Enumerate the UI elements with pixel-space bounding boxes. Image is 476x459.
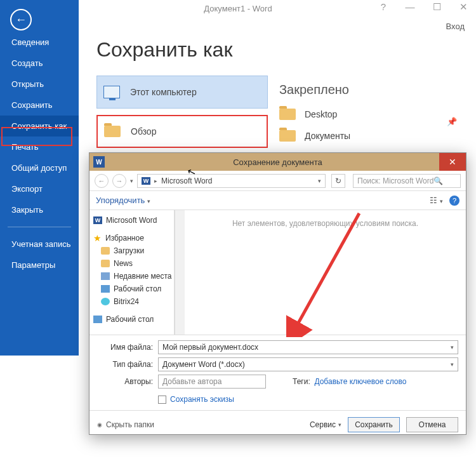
recent-icon bbox=[101, 272, 110, 280]
breadcrumb[interactable]: W ▸ Microsoft Word ▾ bbox=[137, 174, 326, 188]
nav-forward-button[interactable]: → bbox=[112, 174, 126, 188]
dialog-titlebar[interactable]: W Сохранение документа ✕ bbox=[89, 153, 466, 171]
tags-link[interactable]: Добавьте ключевое слово bbox=[314, 377, 406, 386]
folder-icon bbox=[279, 109, 296, 120]
desktop-icon bbox=[93, 316, 102, 323]
sidebar-item-open[interactable]: Открыть bbox=[0, 74, 79, 95]
tree-item-desktop[interactable]: Рабочий стол bbox=[92, 283, 171, 295]
star-icon: ★ bbox=[93, 234, 102, 242]
sidebar-item-saveas[interactable]: Сохранить как bbox=[0, 116, 79, 136]
tree-item-bitrix[interactable]: Bitrix24 bbox=[92, 295, 171, 308]
pinned-item-documents[interactable]: Документы bbox=[279, 125, 457, 147]
nav-back-button[interactable]: ← bbox=[95, 174, 109, 188]
word-icon: W bbox=[93, 156, 105, 168]
file-list[interactable]: Нет элементов, удовлетворяющих условиям … bbox=[185, 210, 466, 335]
sidebar-item-share[interactable]: Общий доступ bbox=[0, 157, 79, 178]
authors-label: Авторы: bbox=[97, 377, 153, 386]
folder-icon bbox=[101, 247, 110, 255]
sidebar-item-info[interactable]: Сведения bbox=[0, 32, 79, 53]
option-this-computer[interactable]: Этот компьютер bbox=[96, 76, 268, 109]
hide-folders-button[interactable]: ◉Скрыть папки bbox=[97, 420, 154, 429]
sidebar-item-account[interactable]: Учетная запись bbox=[0, 234, 79, 255]
back-button[interactable]: ← bbox=[10, 9, 32, 30]
sidebar-item-print[interactable]: Печать bbox=[0, 136, 79, 157]
chevron-down-icon[interactable]: ▾ bbox=[451, 361, 454, 368]
folder-tree[interactable]: WMicrosoft Word ★Избранное Загрузки News… bbox=[89, 210, 175, 335]
organize-dropdown[interactable]: Упорядочить ▾ bbox=[96, 196, 150, 205]
tags-section: Теги: Добавьте ключевое слово bbox=[293, 377, 406, 386]
filetype-select[interactable]: Документ Word (*.docx)▾ bbox=[158, 357, 458, 371]
dialog-title: Сохранение документа bbox=[233, 157, 322, 167]
help-icon[interactable]: ? bbox=[449, 196, 459, 206]
tree-item-downloads[interactable]: Загрузки bbox=[92, 244, 171, 257]
sidebar: ← Сведения Создать Открыть Сохранить Сох… bbox=[0, 0, 79, 356]
search-placeholder: Поиск: Microsoft Word bbox=[357, 176, 433, 185]
word-icon: W bbox=[142, 177, 150, 185]
folder-icon bbox=[279, 130, 296, 142]
pinned-label: Desktop bbox=[305, 109, 337, 119]
bitrix-icon bbox=[101, 298, 110, 305]
save-thumbnails-checkbox[interactable]: Сохранять эскизы bbox=[158, 395, 458, 404]
dialog-toolbar: Упорядочить ▾ ☷ ▾ ? bbox=[89, 191, 466, 210]
chevron-down-icon[interactable]: ▾ bbox=[318, 178, 321, 184]
pin-icon[interactable]: 📌 bbox=[447, 117, 457, 126]
pinned-heading: Закреплено bbox=[279, 83, 457, 97]
service-dropdown[interactable]: Сервис ▾ bbox=[310, 420, 341, 429]
pinned-item-desktop[interactable]: Desktop bbox=[279, 103, 457, 125]
chevron-down-icon[interactable]: ▾ bbox=[451, 344, 454, 350]
page-title: Сохранить как bbox=[96, 38, 465, 62]
option-label: Обзор bbox=[131, 126, 156, 136]
tree-item-desktop2[interactable]: Рабочий стол bbox=[92, 313, 171, 326]
save-button[interactable]: Сохранить bbox=[348, 417, 400, 432]
dialog-close-button[interactable]: ✕ bbox=[439, 153, 466, 171]
sidebar-item-save[interactable]: Сохранить bbox=[0, 95, 79, 116]
folder-icon bbox=[101, 260, 110, 267]
tree-item-news[interactable]: News bbox=[92, 257, 171, 270]
word-icon: W bbox=[93, 216, 102, 224]
refresh-button[interactable]: ↻ bbox=[331, 174, 345, 188]
filename-label: Имя файла: bbox=[97, 343, 153, 352]
filetype-label: Тип файла: bbox=[97, 360, 153, 369]
dialog-form: Имя файла: Мой первый документ.docx▾ Тип… bbox=[89, 335, 466, 404]
dialog-footer: ◉Скрыть папки Сервис ▾ Сохранить Отмена bbox=[89, 410, 466, 438]
sidebar-separator bbox=[8, 227, 71, 227]
tree-item-favorites[interactable]: ★Избранное bbox=[92, 232, 171, 244]
folder-icon bbox=[104, 126, 121, 137]
tree-item-word[interactable]: WMicrosoft Word bbox=[92, 214, 171, 227]
cancel-button[interactable]: Отмена bbox=[406, 417, 458, 432]
search-icon: 🔍 bbox=[433, 176, 443, 185]
view-options-button[interactable]: ☷ ▾ bbox=[430, 196, 443, 205]
sidebar-item-export[interactable]: Экспорт bbox=[0, 178, 79, 199]
sidebar-item-new[interactable]: Создать bbox=[0, 53, 79, 74]
desktop-icon bbox=[101, 285, 110, 293]
authors-input[interactable]: Добавьте автора bbox=[158, 375, 266, 389]
pinned-label: Документы bbox=[305, 131, 350, 141]
sidebar-item-params[interactable]: Параметры bbox=[0, 255, 79, 276]
filename-input[interactable]: Мой первый документ.docx▾ bbox=[158, 340, 458, 354]
sidebar-item-close[interactable]: Закрыть bbox=[0, 199, 79, 220]
breadcrumb-text: Microsoft Word bbox=[161, 176, 212, 185]
search-input[interactable]: Поиск: Microsoft Word 🔍 bbox=[353, 174, 461, 188]
checkbox-icon bbox=[158, 396, 166, 404]
scrollbar[interactable] bbox=[175, 210, 185, 335]
computer-icon bbox=[103, 86, 120, 98]
dialog-body: WMicrosoft Word ★Избранное Загрузки News… bbox=[89, 210, 466, 335]
nav-history-dropdown[interactable]: ▾ bbox=[130, 178, 133, 184]
empty-message: Нет элементов, удовлетворяющих условиям … bbox=[232, 219, 418, 228]
option-label: Этот компьютер bbox=[130, 87, 197, 97]
option-browse[interactable]: Обзор bbox=[96, 115, 268, 148]
save-dialog: W Сохранение документа ✕ ← → ▾ W ▸ Micro… bbox=[89, 152, 466, 435]
pinned-section: Закреплено Desktop Документы 📌 bbox=[279, 83, 457, 147]
tree-item-recent[interactable]: Недавние места bbox=[92, 270, 171, 283]
dialog-nav: ← → ▾ W ▸ Microsoft Word ▾ ↻ Поиск: Micr… bbox=[89, 171, 466, 191]
